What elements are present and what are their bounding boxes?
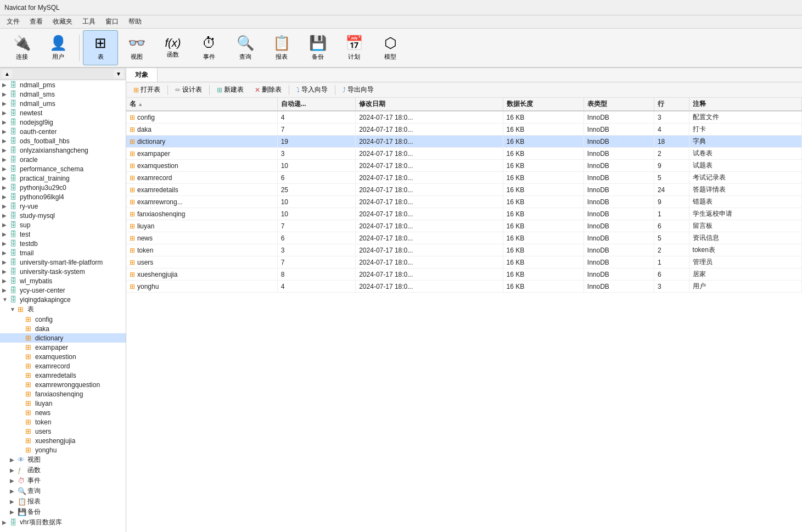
import-wizard-button[interactable]: ⤵ 导入向导 xyxy=(291,83,333,96)
sidebar-item-pythonju3u29c0[interactable]: ▶🗄pythonju3u29c0 xyxy=(0,183,126,192)
sidebar-item-yiqing-view[interactable]: ▶👁视图 xyxy=(0,455,126,465)
tree-arrow: ▶ xyxy=(2,287,10,293)
sidebar-scroll-up[interactable]: ▲ xyxy=(2,70,12,78)
sidebar-item-practical_training[interactable]: ▶🗄practical_training xyxy=(0,173,126,183)
cell-rows: 1 xyxy=(654,208,689,220)
toolbar-user[interactable]: 👤 用户 xyxy=(41,30,76,65)
new-table-button[interactable]: ⊞ 新建表 xyxy=(212,83,249,96)
delete-table-button[interactable]: ✕ 删除表 xyxy=(250,83,287,96)
sidebar-item-sup[interactable]: ▶🗄sup xyxy=(0,220,126,229)
tree-item-icon: 🗄 xyxy=(10,518,20,527)
toolbar-table[interactable]: ⊞ 表 xyxy=(83,30,118,65)
sidebar-item-onlyzaixianshangcheng[interactable]: ▶🗄onlyzaixianshangcheng xyxy=(0,145,126,155)
sidebar-item-t-exampaper[interactable]: ⊞exampaper xyxy=(0,343,126,352)
table-row[interactable]: ⊞examredetails 25 2024-07-17 18:0... 16 … xyxy=(126,184,802,196)
sidebar-item-yiqing-backup[interactable]: ▶💾备份 xyxy=(0,507,126,517)
sidebar-item-t-examrecord[interactable]: ⊞examrecord xyxy=(0,361,126,371)
sidebar-item-wl_mybatis[interactable]: ▶🗄wl_mybatis xyxy=(0,276,126,285)
menu-view[interactable]: 查看 xyxy=(25,16,47,27)
table-row[interactable]: ⊞dictionary 19 2024-07-17 18:0... 16 KB … xyxy=(126,136,802,148)
menu-help[interactable]: 帮助 xyxy=(124,16,146,27)
toolbar-connect[interactable]: 🔌 连接 xyxy=(4,30,40,65)
toolbar-query[interactable]: 🔍 查询 xyxy=(228,30,263,65)
sidebar-item-vhr-project[interactable]: ▶🗄vhr项目数据库 xyxy=(0,517,126,528)
table-row[interactable]: ⊞xueshengjujia 8 2024-07-17 18:0... 16 K… xyxy=(126,268,802,281)
sidebar-item-t-examrewrongquestion[interactable]: ⊞examrewrongquestion xyxy=(0,380,126,389)
open-table-button[interactable]: ⊞ 打开表 xyxy=(128,83,165,96)
sidebar-item-t-daka[interactable]: ⊞daka xyxy=(0,324,126,333)
sidebar-item-oracle[interactable]: ▶🗄oracle xyxy=(0,155,126,164)
table-row[interactable]: ⊞token 3 2024-07-17 18:0... 16 KB InnoDB… xyxy=(126,244,802,256)
sidebar-item-t-liuyan[interactable]: ⊞liuyan xyxy=(0,399,126,408)
sidebar-item-t-token[interactable]: ⊞token xyxy=(0,417,126,427)
sidebar-item-yiqing-report[interactable]: ▶📋报表 xyxy=(0,496,126,507)
table-row[interactable]: ⊞examrecord 6 2024-07-17 18:0... 16 KB I… xyxy=(126,172,802,184)
sidebar-scroll-down[interactable]: ▼ xyxy=(114,70,124,78)
toolbar-event[interactable]: ⏱ 事件 xyxy=(192,30,227,65)
table-row[interactable]: ⊞yonghu 4 2024-07-17 18:0... 16 KB InnoD… xyxy=(126,281,802,293)
sidebar-item-yiqing-event[interactable]: ▶⏱事件 xyxy=(0,475,126,486)
col-name[interactable]: 名 ▲ xyxy=(126,98,277,111)
sidebar-item-ry-vue[interactable]: ▶🗄ry-vue xyxy=(0,201,126,211)
col-modified[interactable]: 修改日期 xyxy=(356,98,503,111)
col-comment[interactable]: 注释 xyxy=(689,98,801,111)
toolbar-schedule[interactable]: 📅 计划 xyxy=(336,30,372,65)
menu-tools[interactable]: 工具 xyxy=(78,16,100,27)
sidebar-item-t-yonghu[interactable]: ⊞yonghu xyxy=(0,445,126,455)
sidebar-item-t-examquestion[interactable]: ⊞examquestion xyxy=(0,352,126,361)
cell-name: ⊞token xyxy=(126,244,277,256)
sidebar-item-t-fanxiaoshenqing[interactable]: ⊞fanxiaoshenqing xyxy=(0,389,126,399)
col-autoinc[interactable]: 自动递... xyxy=(277,98,356,111)
table-row[interactable]: ⊞config 4 2024-07-17 18:0... 16 KB InnoD… xyxy=(126,111,802,124)
menu-favorites[interactable]: 收藏夹 xyxy=(48,16,77,27)
toolbar-function[interactable]: f(x) 函数 xyxy=(155,30,190,65)
table-area[interactable]: 名 ▲ 自动递... 修改日期 数据长度 表类型 行 注释 ⊞config 4 … xyxy=(126,98,802,532)
table-row[interactable]: ⊞users 7 2024-07-17 18:0... 16 KB InnoDB… xyxy=(126,256,802,268)
sidebar-item-yiqing-biao[interactable]: ▼⊞表 xyxy=(0,304,126,315)
sidebar-item-nodejsgl9ig[interactable]: ▶🗄nodejsgl9ig xyxy=(0,117,126,127)
sidebar-item-test[interactable]: ▶🗄test xyxy=(0,229,126,239)
tab-object[interactable]: 对象 xyxy=(126,68,158,82)
sidebar-item-pythono96lkgl4[interactable]: ▶🗄pythono96lkgl4 xyxy=(0,192,126,201)
toolbar-view[interactable]: 👓 视图 xyxy=(119,30,154,65)
sidebar-item-university-smart-life-platform[interactable]: ▶🗄university-smart-life-platform xyxy=(0,257,126,267)
table-row[interactable]: ⊞examquestion 10 2024-07-17 18:0... 16 K… xyxy=(126,160,802,172)
sidebar-item-t-config[interactable]: ⊞config xyxy=(0,315,126,324)
sidebar-item-ndmall_ums[interactable]: ▶🗄ndmall_ums xyxy=(0,99,126,108)
toolbar-backup[interactable]: 💾 备份 xyxy=(300,30,335,65)
menu-window[interactable]: 窗口 xyxy=(101,16,123,27)
sidebar-item-yiqing-func[interactable]: ▶ƒ函数 xyxy=(0,465,126,475)
design-table-button[interactable]: ✏ 设计表 xyxy=(170,83,207,96)
toolbar-model[interactable]: ⬡ 模型 xyxy=(373,30,408,65)
table-row[interactable]: ⊞liuyan 7 2024-07-17 18:0... 16 KB InnoD… xyxy=(126,220,802,232)
toolbar-report[interactable]: 📋 报表 xyxy=(264,30,299,65)
sidebar-item-oauth-center[interactable]: ▶🗄oauth-center xyxy=(0,127,126,136)
sidebar-item-t-news[interactable]: ⊞news xyxy=(0,408,126,417)
sidebar-item-study-mysql[interactable]: ▶🗄study-mysql xyxy=(0,211,126,220)
sidebar-item-ndmall_sms[interactable]: ▶🗄ndmall_sms xyxy=(0,89,126,99)
sidebar-item-ycy-user-center[interactable]: ▶🗄ycy-user-center xyxy=(0,285,126,295)
sidebar-item-university-task-system[interactable]: ▶🗄university-task-system xyxy=(0,267,126,276)
col-engine[interactable]: 表类型 xyxy=(584,98,654,111)
sidebar-item-newtest[interactable]: ▶🗄newtest xyxy=(0,108,126,117)
sidebar-item-performance_schema[interactable]: ▶🗄performance_schema xyxy=(0,164,126,173)
sidebar-item-yiqingdakapingce[interactable]: ▼🗄yiqingdakapingce xyxy=(0,295,126,304)
sidebar-item-yiqing-query[interactable]: ▶🔍查询 xyxy=(0,486,126,496)
table-row[interactable]: ⊞news 6 2024-07-17 18:0... 16 KB InnoDB … xyxy=(126,232,802,244)
sidebar-item-t-users[interactable]: ⊞users xyxy=(0,427,126,436)
sidebar-item-testdb[interactable]: ▶🗄testdb xyxy=(0,239,126,248)
sidebar-item-ods_football_hbs[interactable]: ▶🗄ods_football_hbs xyxy=(0,136,126,145)
col-rows[interactable]: 行 xyxy=(654,98,689,111)
table-row[interactable]: ⊞fanxiaoshenqing 10 2024-07-17 18:0... 1… xyxy=(126,208,802,220)
table-row[interactable]: ⊞examrewrong... 10 2024-07-17 18:0... 16… xyxy=(126,196,802,208)
sidebar-item-tmail[interactable]: ▶🗄tmail xyxy=(0,248,126,257)
col-datasize[interactable]: 数据长度 xyxy=(503,98,584,111)
export-wizard-button[interactable]: ⤴ 导出向导 xyxy=(338,83,379,96)
sidebar-item-t-examredetails[interactable]: ⊞examredetails xyxy=(0,371,126,380)
sidebar-item-ndmall_pms[interactable]: ▶🗄ndmall_pms xyxy=(0,80,126,89)
table-row[interactable]: ⊞exampaper 3 2024-07-17 18:0... 16 KB In… xyxy=(126,148,802,160)
table-row[interactable]: ⊞daka 7 2024-07-17 18:0... 16 KB InnoDB … xyxy=(126,124,802,136)
sidebar-item-t-dictionary[interactable]: ⊞dictionary xyxy=(0,333,126,343)
menu-file[interactable]: 文件 xyxy=(2,16,24,27)
sidebar-item-t-xueshengjujia[interactable]: ⊞xueshengjujia xyxy=(0,436,126,445)
